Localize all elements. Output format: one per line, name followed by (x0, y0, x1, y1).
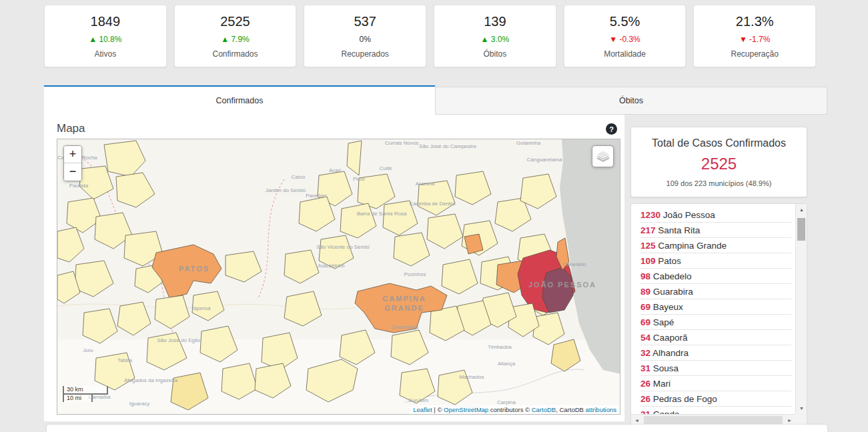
map-town-label: Parelhas (306, 193, 327, 199)
map-title: Mapa (57, 122, 85, 135)
scale-mi: 10 mi (63, 393, 93, 402)
stat-delta: 0% (360, 35, 371, 44)
municipality-row: 69 Bayeux (640, 299, 791, 315)
stat-label: Recuperação (731, 49, 779, 59)
layers-icon (596, 150, 610, 163)
tab-active[interactable]: Confirmados (44, 85, 435, 115)
stat-card: 21.3%▼ -1.7%Recuperação (693, 5, 816, 67)
municipality-name: Guarabira (650, 287, 693, 297)
stat-delta: ▲ 7.9% (221, 35, 250, 44)
municipality-count: 26 (640, 379, 650, 389)
stat-label: Ativos (94, 49, 116, 59)
map-town-label: São José do Campestre (419, 143, 476, 149)
municipality-count: 54 (640, 333, 650, 343)
summary-title: Total de Casos Confirmados (631, 137, 807, 149)
stat-card: 1849▲ 10.8%Ativos (44, 5, 167, 67)
scroll-down-arrow[interactable]: ▼ (796, 403, 807, 414)
municipality-name: Pedras de Fogo (650, 394, 717, 404)
dashboard-page: 1849▲ 10.8%Ativos2525▲ 7.9%Confirmados53… (0, 0, 868, 432)
municipality-name: Campina Grande (656, 241, 727, 251)
summary-card: Total de Casos Confirmados 2525 109 dos … (630, 127, 807, 197)
stat-delta: ▲ 10.8% (89, 35, 121, 44)
map-town-label: Canguaretama (527, 157, 562, 163)
municipality-row: 21 Conde (640, 407, 791, 414)
map-zoom-control: + − (63, 145, 82, 181)
stats-row: 1849▲ 10.8%Ativos2525▲ 7.9%Confirmados53… (44, 5, 816, 67)
municipality-name: Sousa (650, 363, 679, 373)
municipality-row: 32 Alhandra (640, 345, 791, 361)
scrollbar-corner (795, 414, 807, 425)
stat-value: 1849 (91, 14, 121, 29)
stat-value: 21.3% (736, 14, 774, 29)
tab-inactive[interactable]: Óbitos (435, 87, 827, 115)
stat-value: 139 (484, 14, 506, 29)
map-town-label: São José do Egito (157, 337, 201, 343)
municipality-count: 32 (640, 348, 650, 358)
map-town-label: Machados (460, 374, 484, 380)
municipality-row: 1230 João Pessoa (640, 207, 791, 223)
map-town-label: Tabira (117, 357, 132, 363)
map-town-label: Carpina (497, 399, 516, 405)
attribution-text: contributors © (488, 406, 532, 413)
choropleth-map: Currais NovosSão José do CampestreGoiani… (57, 139, 620, 415)
map-town-label: Caicó (292, 174, 306, 180)
map-attribution: Leaflet | © OpenStreetMap contributors ©… (410, 405, 620, 414)
municipality-count: 125 (640, 241, 656, 251)
map-town-label: Timbaúba (488, 344, 512, 350)
stat-delta: ▼ -0.3% (609, 35, 640, 44)
stat-value: 537 (354, 14, 376, 29)
leaflet-map[interactable]: Currais NovosSão José do CampestreGoiani… (57, 139, 620, 415)
map-town-label: Afogados da Ingazeira (124, 377, 178, 383)
map-panel: Mapa ? Currais NovosSão José do Campestr… (44, 115, 624, 421)
municipality-row: 31 Sousa (640, 361, 791, 376)
map-scale-control: 30 km 10 mi (63, 386, 108, 402)
tab-bar: ConfirmadosÓbitos (44, 85, 827, 115)
next-section-card (47, 425, 827, 432)
municipality-row: 26 Pedras de Fogo (640, 391, 791, 407)
horizontal-scrollbar-thumb[interactable] (644, 416, 783, 424)
attribution-link[interactable]: Leaflet (413, 406, 432, 413)
attribution-text: , CartoDB (556, 406, 585, 413)
map-town-label: Acari (329, 167, 341, 173)
municipality-row: 54 Caaporã (640, 330, 791, 345)
zoom-out-button[interactable]: − (64, 163, 81, 181)
help-icon[interactable]: ? (606, 123, 617, 135)
municipality-count: 69 (640, 317, 650, 327)
layers-button[interactable] (592, 145, 614, 167)
map-town-label: Goianinha (516, 140, 541, 146)
municipality-list: 1230 João Pessoa217 Santa Rita125 Campin… (631, 204, 795, 414)
municipality-name: Cabedelo (650, 271, 692, 281)
municipality-name: Mari (650, 379, 671, 389)
stat-delta: ▲ 3.0% (481, 35, 510, 44)
map-city-label: CAMPINA (382, 295, 426, 303)
summary-total: 2525 (631, 155, 807, 173)
municipality-row: 125 Campina Grande (640, 238, 791, 253)
municipality-name: João Pessoa (661, 210, 715, 220)
municipality-count: 98 (640, 271, 650, 281)
municipality-count: 31 (640, 363, 650, 373)
municipality-count: 69 (640, 302, 650, 312)
map-town-label: Juazeirinho (318, 263, 345, 269)
municipality-name: Sapé (650, 317, 674, 327)
summary-subtitle: 109 dos 223 municípios (48.9%) (631, 179, 807, 187)
attribution-link[interactable]: attributions (586, 406, 616, 413)
scroll-up-arrow[interactable]: ▲ (796, 204, 807, 215)
stat-delta: ▼ -1.7% (739, 35, 771, 44)
zoom-in-button[interactable]: + (64, 146, 81, 163)
municipality-row: 26 Mari (640, 376, 791, 391)
municipality-row: 217 Santa Rita (640, 223, 791, 238)
stat-label: Recuperados (341, 49, 388, 59)
municipality-name: Patos (656, 256, 681, 266)
attribution-link[interactable]: CartoDB (532, 406, 556, 413)
map-city-label: JOÃO PESSOA (528, 281, 596, 289)
vertical-scrollbar-thumb[interactable] (797, 218, 805, 241)
map-town-label: Surubim (408, 397, 428, 403)
horizontal-scrollbar[interactable]: ◄ ► (631, 414, 795, 425)
map-town-label: Cabedelo (563, 261, 586, 267)
vertical-scrollbar[interactable]: ▲ ▼ (795, 204, 807, 414)
stat-label: Confirmados (212, 49, 258, 59)
attribution-link[interactable]: OpenStreetMap (444, 406, 488, 413)
municipality-count: 109 (640, 256, 656, 266)
map-town-label: Pocinhos (404, 271, 426, 277)
map-town-label: São Vicente do Seridó (316, 244, 370, 250)
